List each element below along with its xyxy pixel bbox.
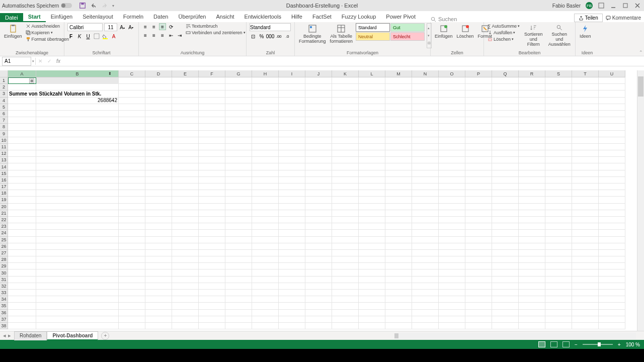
cell-I27[interactable] — [279, 250, 305, 256]
cell-L15[interactable] — [359, 170, 385, 177]
cell-C34[interactable] — [119, 296, 145, 303]
cell-D24[interactable] — [145, 230, 172, 236]
cell-N30[interactable] — [412, 269, 439, 276]
cell-A35[interactable] — [8, 303, 36, 309]
cell-L28[interactable] — [359, 256, 385, 263]
cell-P4[interactable] — [465, 98, 492, 104]
cell-M34[interactable] — [385, 296, 412, 303]
cell-A21[interactable] — [8, 210, 36, 217]
cell-R7[interactable] — [519, 117, 545, 124]
cell-J21[interactable] — [305, 210, 332, 217]
cell-I29[interactable] — [279, 263, 305, 269]
cell-T9[interactable] — [572, 131, 599, 137]
cell-C26[interactable] — [119, 243, 145, 250]
cell-U24[interactable] — [599, 230, 625, 236]
cell-S32[interactable] — [545, 283, 572, 290]
cell-E12[interactable] — [172, 150, 199, 157]
cell-J31[interactable] — [305, 277, 332, 283]
cell-F1[interactable] — [199, 77, 225, 84]
cell-L14[interactable] — [359, 163, 385, 170]
cell-I8[interactable] — [279, 124, 305, 130]
cell-Q8[interactable] — [492, 124, 519, 130]
cell-H4[interactable] — [252, 98, 279, 104]
cell-O33[interactable] — [439, 290, 465, 296]
cell-I34[interactable] — [279, 296, 305, 303]
cell-P13[interactable] — [465, 157, 492, 163]
cell-L16[interactable] — [359, 177, 385, 184]
cell-E34[interactable] — [172, 296, 199, 303]
cell-O37[interactable] — [439, 316, 465, 323]
cell-M10[interactable] — [385, 137, 412, 144]
cell-L10[interactable] — [359, 137, 385, 144]
col-header-T[interactable]: T — [572, 70, 599, 77]
cell-N8[interactable] — [412, 124, 439, 130]
cell-A34[interactable] — [8, 296, 36, 303]
cell-F37[interactable] — [199, 316, 225, 323]
cell-O35[interactable] — [439, 303, 465, 309]
cell-C23[interactable] — [119, 223, 145, 230]
cell-H26[interactable] — [252, 243, 279, 250]
cell-F36[interactable] — [199, 310, 225, 316]
cell-Q30[interactable] — [492, 269, 519, 276]
cell-H16[interactable] — [252, 177, 279, 184]
cell-H5[interactable] — [252, 104, 279, 111]
cell-R10[interactable] — [519, 137, 545, 144]
cell-C20[interactable] — [119, 204, 145, 210]
cell-L22[interactable] — [359, 217, 385, 223]
cell-U9[interactable] — [599, 131, 625, 137]
cell-A19[interactable] — [8, 197, 36, 203]
cell-C9[interactable] — [119, 131, 145, 137]
cell-E38[interactable] — [172, 323, 199, 329]
cell-E15[interactable] — [172, 170, 199, 177]
cell-E36[interactable] — [172, 310, 199, 316]
cell-U12[interactable] — [599, 150, 625, 157]
sheet-tab-pivot-dashboard[interactable]: Pivot-Dashboard — [47, 331, 98, 340]
cell-D33[interactable] — [145, 290, 172, 296]
insert-function-button[interactable]: fx — [54, 57, 63, 66]
cell-U15[interactable] — [599, 170, 625, 177]
cell-Q11[interactable] — [492, 144, 519, 150]
cell-R24[interactable] — [519, 230, 545, 236]
cell-Q37[interactable] — [492, 316, 519, 323]
orientation-button[interactable]: ⟳ — [168, 23, 175, 30]
cell-L31[interactable] — [359, 277, 385, 283]
cell-J18[interactable] — [305, 190, 332, 197]
cell-L38[interactable] — [359, 323, 385, 329]
cell-L19[interactable] — [359, 197, 385, 203]
tab-überprüfen[interactable]: Überprüfen — [173, 12, 211, 22]
cell-E22[interactable] — [172, 217, 199, 223]
cell-T38[interactable] — [572, 323, 599, 329]
cell-B26[interactable] — [36, 243, 119, 250]
cell-Q22[interactable] — [492, 217, 519, 223]
cell-I24[interactable] — [279, 230, 305, 236]
cell-I6[interactable] — [279, 111, 305, 117]
style-gut[interactable]: Gut — [390, 23, 425, 32]
cell-N26[interactable] — [412, 243, 439, 250]
cell-B11[interactable] — [36, 144, 119, 150]
cell-M29[interactable] — [385, 263, 412, 269]
cell-O36[interactable] — [439, 310, 465, 316]
cell-O29[interactable] — [439, 263, 465, 269]
cell-I22[interactable] — [279, 217, 305, 223]
cell-G22[interactable] — [225, 217, 252, 223]
cell-A3[interactable]: Summe von Stückzahl Volumen in Stk. — [8, 90, 36, 97]
cell-E11[interactable] — [172, 144, 199, 150]
cell-M5[interactable] — [385, 104, 412, 111]
cell-A30[interactable] — [8, 269, 36, 276]
cell-A18[interactable] — [8, 190, 36, 197]
cell-F4[interactable] — [199, 98, 225, 104]
fill-button[interactable]: Ausfüllen ▾ — [487, 30, 520, 36]
cell-R19[interactable] — [519, 197, 545, 203]
cell-G29[interactable] — [225, 263, 252, 269]
cell-H27[interactable] — [252, 250, 279, 256]
cell-Q4[interactable] — [492, 98, 519, 104]
cell-G35[interactable] — [225, 303, 252, 309]
col-header-M[interactable]: M — [385, 70, 412, 77]
cell-G24[interactable] — [225, 230, 252, 236]
cell-Q23[interactable] — [492, 223, 519, 230]
cell-O19[interactable] — [439, 197, 465, 203]
cell-Q13[interactable] — [492, 157, 519, 163]
cell-H12[interactable] — [252, 150, 279, 157]
cell-I7[interactable] — [279, 117, 305, 124]
cell-B15[interactable] — [36, 170, 119, 177]
